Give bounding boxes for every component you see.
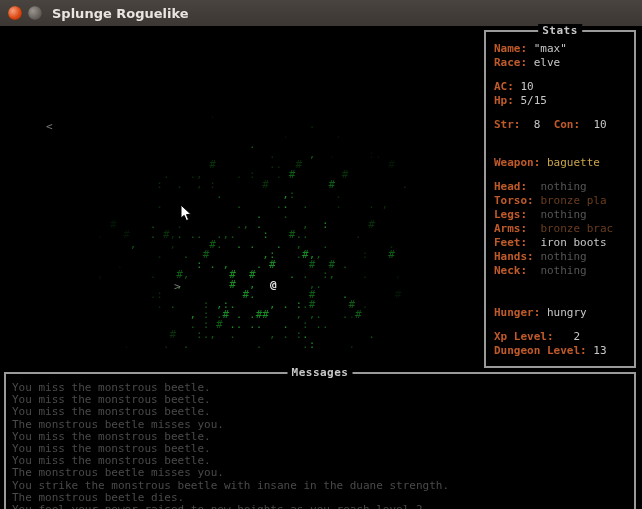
dungeon-map[interactable]: . . . . <box>4 30 480 348</box>
stat-ac: AC: 10 <box>494 80 626 94</box>
stats-panel: Stats Name: "max" Race: elve AC: 10 Hp: … <box>484 30 636 368</box>
stat-weapon: Weapon: baguette <box>494 156 626 170</box>
stat-hp: Hp: 5/15 <box>494 94 626 108</box>
stat-arms: Arms: bronze brac <box>494 222 626 236</box>
titlebar[interactable]: Splunge Roguelike <box>0 0 642 27</box>
stat-dlevel: Dungeon Level: 13 <box>494 344 626 358</box>
close-icon[interactable] <box>8 6 22 20</box>
window-title: Splunge Roguelike <box>52 6 189 21</box>
stat-head: Head: nothing <box>494 180 626 194</box>
stat-hands: Hands: nothing <box>494 250 626 264</box>
stat-race: Race: elve <box>494 56 626 70</box>
stat-hunger: Hunger: hungry <box>494 306 626 320</box>
messages-panel: Messages You miss the monstrous beetle. … <box>4 372 636 509</box>
player-glyph: @ <box>270 280 277 290</box>
stat-str-con: Str: 8 Con: 10 <box>494 118 626 132</box>
game-area: . . . . <box>0 26 642 509</box>
app-window: Splunge Roguelike <box>0 0 642 509</box>
message-log: You miss the monstrous beetle. You miss … <box>12 382 628 509</box>
stat-feet: Feet: iron boots <box>494 236 626 250</box>
messages-panel-title: Messages <box>288 366 353 379</box>
stat-torso: Torso: bronze pla <box>494 194 626 208</box>
stats-panel-title: Stats <box>538 24 582 37</box>
stat-name: Name: "max" <box>494 42 626 56</box>
stairs-down-glyph: > <box>174 282 181 292</box>
stairs-up-glyph: < <box>46 122 53 132</box>
stat-xplevel: Xp Level: 2 <box>494 330 626 344</box>
stat-legs: Legs: nothing <box>494 208 626 222</box>
minimize-icon[interactable] <box>28 6 42 20</box>
stat-neck: Neck: nothing <box>494 264 626 278</box>
